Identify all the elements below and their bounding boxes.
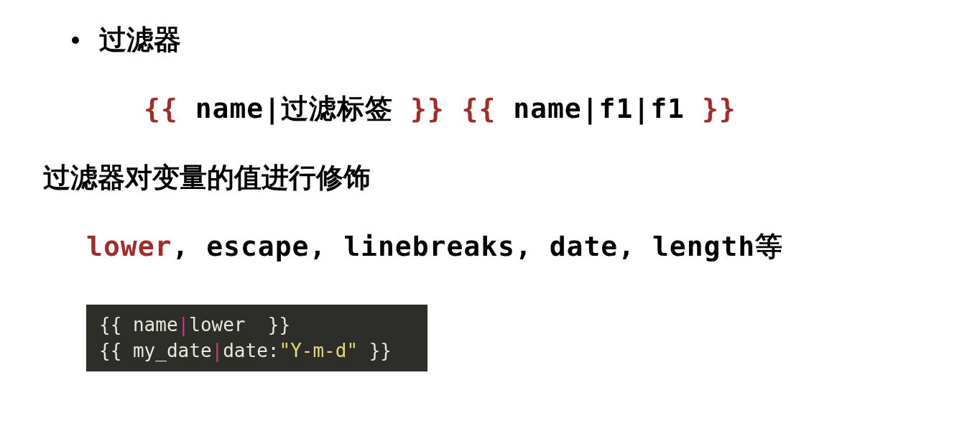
bullet-heading: 过滤器 [43, 22, 937, 58]
code-string: "Y-m-d" [279, 340, 358, 361]
code-text: {{ my_date [99, 340, 212, 361]
filter-rest: , escape, linebreaks, date, length等 [172, 231, 783, 262]
filter-lower: lower [86, 231, 172, 262]
heading-text: 过滤器 [99, 22, 181, 58]
code-text: date: [223, 340, 279, 361]
code-line-2: {{ my_date|date:"Y-m-d" }} [99, 338, 415, 364]
code-text: lower }} [189, 314, 290, 336]
template-syntax-examples: {{ name|过滤标签 }} {{ name|f1|f1 }} [144, 91, 937, 127]
code-line-1: {{ name|lower }} [99, 312, 415, 338]
brace-open-2: {{ [462, 93, 496, 124]
filter-list: lower, escape, linebreaks, date, length等 [86, 228, 937, 265]
code-text: }} [358, 340, 392, 361]
pipe-operator: | [212, 340, 223, 361]
syntax-expr-2: name|f1|f1 [496, 93, 702, 124]
pipe-operator: | [178, 314, 190, 336]
syntax-gap [445, 93, 462, 124]
code-text: {{ name [99, 314, 178, 336]
syntax-expr-1: name|过滤标签 [178, 93, 410, 124]
brace-close: }} [410, 93, 445, 124]
bullet-dot-icon [72, 37, 79, 44]
brace-close-2: }} [702, 93, 736, 124]
brace-open: {{ [144, 93, 178, 124]
code-block: {{ name|lower }} {{ my_date|date:"Y-m-d"… [86, 305, 427, 371]
description-text: 过滤器对变量的值进行修饰 [43, 159, 937, 196]
